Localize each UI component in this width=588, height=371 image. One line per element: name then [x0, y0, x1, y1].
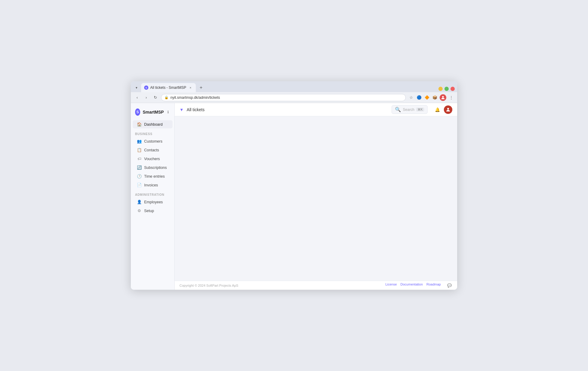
bookmark-button[interactable]: ☆ [408, 95, 414, 101]
browser-window: ▾ S All tickets - SmartMSP × + ‹ › ↻ 🔒 n… [131, 81, 457, 290]
app-name: SmartMSP [143, 110, 164, 115]
top-bar: ▼ All tickets 🔍 Search ⌘K 🔔 [175, 103, 457, 116]
tab-title: All tickets - SmartMSP [150, 85, 186, 90]
forward-button[interactable]: › [143, 94, 150, 101]
page-title: All tickets [187, 107, 389, 112]
sidebar-item-dashboard[interactable]: 🏠 Dashboard [133, 120, 173, 128]
user-avatar[interactable] [444, 105, 452, 114]
new-tab-button[interactable]: + [197, 84, 205, 92]
sidebar-section-admin: ADMINISTRATION [131, 189, 174, 198]
extension-button-1[interactable]: 🔵 [416, 95, 422, 101]
invoices-icon: 📄 [137, 183, 142, 187]
employees-icon: 👤 [137, 200, 142, 204]
url-text: nyit.smartmsp.dk/admin/tickets [170, 95, 220, 100]
search-placeholder: Search [403, 108, 414, 112]
extension-button-3[interactable]: 📦 [432, 95, 438, 101]
lock-icon: 🔒 [164, 95, 169, 99]
tab-bar: ▾ S All tickets - SmartMSP × + [131, 81, 457, 92]
footer: Copyright © 2024 SoftPart Projects ApS L… [175, 281, 457, 290]
url-bar[interactable]: 🔒 nyit.smartmsp.dk/admin/tickets [161, 94, 406, 101]
close-button[interactable] [451, 87, 455, 91]
svg-point-1 [447, 108, 449, 110]
main-content: ▼ All tickets 🔍 Search ⌘K 🔔 Copyri [175, 103, 457, 290]
reload-button[interactable]: ↻ [152, 94, 159, 101]
maximize-button[interactable] [444, 87, 449, 91]
sidebar-item-label-subscriptions: Subscriptions [144, 166, 167, 170]
setup-icon: ⚙ [137, 208, 142, 213]
sidebar-section-business: BUSINESS [131, 129, 174, 137]
profile-avatar[interactable] [440, 94, 446, 101]
search-bar[interactable]: 🔍 Search ⌘K [392, 105, 428, 114]
sidebar-item-setup[interactable]: ⚙ Setup [133, 207, 173, 215]
search-shortcut: ⌘K [416, 108, 424, 111]
sidebar-item-label-setup: Setup [144, 209, 154, 213]
copyright-text: Copyright © 2024 SoftPart Projects ApS [179, 284, 238, 287]
tab-favicon: S [144, 85, 148, 90]
feedback-button[interactable]: 💬 [446, 282, 452, 289]
vouchers-icon: 🏷 [137, 156, 142, 161]
tab-dropdown-button[interactable]: ▾ [133, 84, 140, 91]
page-body [175, 116, 457, 281]
extension-button-2[interactable]: 🔶 [424, 95, 430, 101]
back-button[interactable]: ‹ [134, 94, 141, 101]
sidebar-item-customers[interactable]: 👥 Customers [133, 137, 173, 145]
contacts-icon: 📋 [137, 148, 142, 152]
filter-icon: ▼ [179, 107, 184, 112]
sidebar-item-label-invoices: Invoices [144, 183, 158, 187]
active-tab[interactable]: S All tickets - SmartMSP × [141, 83, 196, 92]
sidebar-item-vouchers[interactable]: 🏷 Vouchers [133, 155, 173, 163]
sidebar-item-time-entries[interactable]: 🕐 Time entries [133, 172, 173, 180]
address-bar-right: ☆ 🔵 🔶 📦 ⋮ [408, 94, 454, 101]
top-bar-icons: 🔔 [433, 105, 452, 114]
search-icon: 🔍 [395, 107, 401, 112]
svg-point-0 [442, 96, 444, 97]
customers-icon: 👥 [137, 139, 142, 144]
sidebar-item-label-employees: Employees [144, 200, 163, 204]
sidebar: S SmartMSP ℹ 🏠 Dashboard BUSINESS 👥 Cust… [131, 103, 175, 290]
sidebar-item-label-vouchers: Vouchers [144, 157, 160, 161]
notifications-button[interactable]: 🔔 [433, 105, 441, 114]
minimize-button[interactable] [438, 87, 443, 91]
tab-close-button[interactable]: × [188, 85, 193, 90]
win-control-buttons [438, 87, 455, 91]
sidebar-item-subscriptions[interactable]: 🔄 Subscriptions [133, 163, 173, 172]
documentation-link[interactable]: Documentation [400, 282, 423, 289]
address-bar: ‹ › ↻ 🔒 nyit.smartmsp.dk/admin/tickets ☆… [131, 92, 457, 103]
sidebar-item-label-contacts: Contacts [144, 148, 159, 152]
subscriptions-icon: 🔄 [137, 165, 142, 170]
dashboard-icon: 🏠 [137, 122, 142, 127]
sidebar-item-contacts[interactable]: 📋 Contacts [133, 146, 173, 154]
logo-icon: S [135, 108, 140, 116]
sidebar-item-employees[interactable]: 👤 Employees [133, 198, 173, 206]
time-entries-icon: 🕐 [137, 174, 142, 179]
menu-button[interactable]: ⋮ [448, 95, 454, 101]
sidebar-logo: S SmartMSP ℹ [131, 107, 174, 120]
window-controls [438, 87, 455, 92]
tab-bar-left: ▾ S All tickets - SmartMSP × + [133, 83, 205, 92]
sidebar-item-label-time-entries: Time entries [144, 174, 165, 179]
sidebar-item-label-customers: Customers [144, 139, 162, 144]
sidebar-item-invoices[interactable]: 📄 Invoices [133, 181, 173, 189]
license-link[interactable]: License [385, 282, 397, 289]
app-content: S SmartMSP ℹ 🏠 Dashboard BUSINESS 👥 Cust… [131, 103, 457, 290]
roadmap-link[interactable]: Roadmap [426, 282, 441, 289]
footer-links: License Documentation Roadmap 💬 [385, 282, 452, 289]
sidebar-item-label-dashboard: Dashboard [144, 122, 163, 127]
sidebar-info-button[interactable]: ℹ [166, 109, 170, 115]
